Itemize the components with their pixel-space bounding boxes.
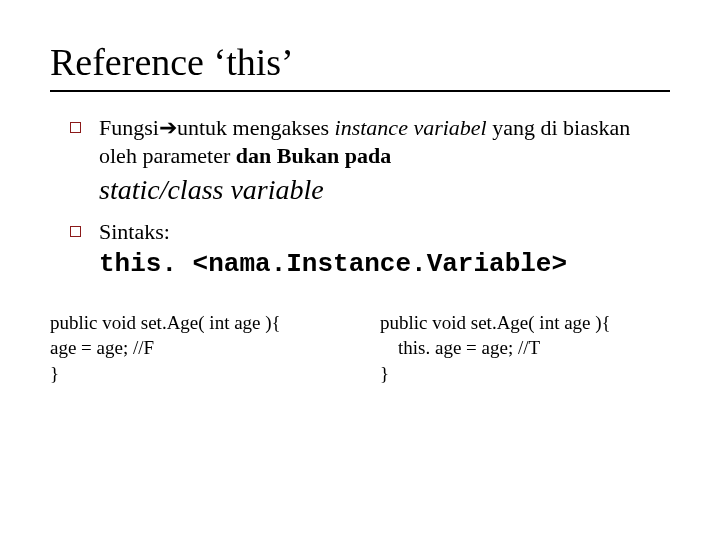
bullet-list: Fungsi➔untuk mengakses instance variabel… [50, 114, 670, 282]
slide-title: Reference ‘this’ [50, 40, 670, 84]
code-column-left: public void set.Age( int age ){ age = ag… [50, 310, 340, 387]
code-right-line-3: } [380, 361, 670, 387]
bullet-1-subline: static/class variable [99, 172, 670, 208]
square-bullet-icon [70, 122, 81, 133]
bullet-1-text-2: untuk mengakses [177, 115, 335, 140]
bullet-2-code: this. <nama.Instance.Variable> [99, 248, 567, 281]
code-right-line-1: public void set.Age( int age ){ [380, 310, 670, 336]
bullet-1-italic: instance variabel [335, 115, 487, 140]
code-column-right: public void set.Age( int age ){ this. ag… [380, 310, 670, 387]
code-right-line-2: this. age = age; //T [380, 335, 670, 361]
bullet-1-bold: dan Bukan pada [236, 143, 391, 168]
title-divider [50, 90, 670, 92]
bullet-item-1: Fungsi➔untuk mengakses instance variabel… [70, 114, 670, 208]
code-left-line-3: } [50, 361, 340, 387]
bullet-item-2: Sintaks: this. <nama.Instance.Variable> [70, 218, 670, 281]
bullet-1-text-1: Fungsi [99, 115, 159, 140]
square-bullet-icon [70, 226, 81, 237]
bullet-2-body: Sintaks: this. <nama.Instance.Variable> [99, 218, 567, 281]
code-left-line-1: public void set.Age( int age ){ [50, 310, 340, 336]
code-left-line-2: age = age; //F [50, 335, 340, 361]
bullet-1-body: Fungsi➔untuk mengakses instance variabel… [99, 114, 670, 208]
slide: Reference ‘this’ Fungsi➔untuk mengakses … [0, 0, 720, 416]
bullet-2-label: Sintaks: [99, 219, 170, 244]
arrow-icon: ➔ [159, 115, 177, 140]
code-columns: public void set.Age( int age ){ age = ag… [50, 310, 670, 387]
